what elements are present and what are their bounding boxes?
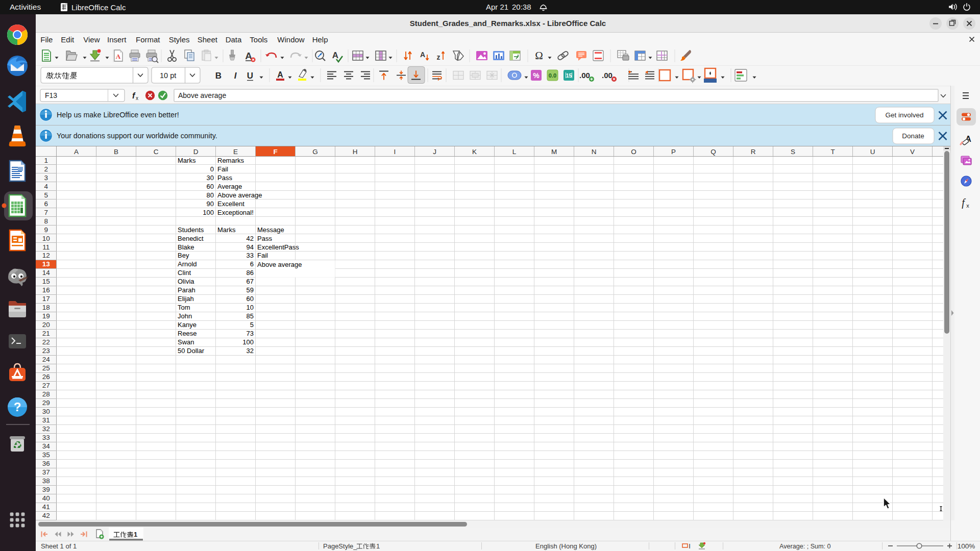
svg-text:Window: Window [277, 35, 305, 44]
svg-text:60: 60 [207, 183, 214, 190]
svg-text:A: A [116, 53, 121, 60]
svg-text:80: 80 [207, 191, 214, 199]
svg-text:33: 33 [247, 252, 254, 259]
svg-text:I: I [689, 542, 691, 550]
svg-text:67: 67 [247, 278, 254, 285]
svg-text:Your donations support our wor: Your donations support our worldwide com… [57, 132, 217, 140]
svg-text:0.0: 0.0 [549, 72, 556, 79]
svg-text:A: A [277, 70, 283, 79]
svg-text:31: 31 [42, 416, 50, 424]
svg-text:40: 40 [42, 494, 50, 502]
svg-text:8: 8 [44, 217, 48, 225]
svg-text:12: 12 [42, 252, 50, 259]
svg-text:M: M [551, 148, 557, 156]
svg-text:Pass: Pass [217, 174, 232, 182]
svg-text:7: 7 [44, 209, 48, 216]
svg-text:38: 38 [42, 477, 50, 485]
svg-text:27: 27 [42, 382, 50, 389]
svg-text:9: 9 [44, 226, 48, 234]
svg-text:Sheet: Sheet [198, 35, 218, 44]
svg-text:Format: Format [136, 35, 160, 44]
svg-text:B: B [114, 148, 118, 156]
svg-text:N: N [592, 148, 597, 156]
svg-text:Kanye: Kanye [178, 321, 197, 329]
svg-text:.00: .00 [602, 71, 612, 80]
svg-text:1: 1 [44, 157, 48, 164]
svg-text:S: S [791, 148, 795, 156]
svg-text:Message: Message [257, 226, 284, 234]
svg-text:85: 85 [247, 312, 254, 320]
svg-text:6: 6 [44, 200, 48, 208]
svg-text:Clint: Clint [178, 269, 191, 277]
svg-text:Excellent: Excellent [217, 200, 244, 208]
svg-text:O: O [631, 148, 636, 156]
svg-text:U: U [870, 148, 875, 156]
svg-text:Benedict: Benedict [178, 235, 204, 242]
svg-text:10: 10 [247, 304, 254, 311]
svg-text:H: H [353, 148, 358, 156]
svg-text:Bey: Bey [178, 252, 189, 259]
svg-text:2: 2 [44, 165, 48, 173]
svg-text:V: V [910, 148, 915, 156]
svg-text:?: ? [14, 400, 21, 414]
svg-text:4: 4 [44, 183, 48, 190]
svg-text:Parah: Parah [178, 286, 195, 294]
svg-text:18: 18 [42, 304, 50, 311]
svg-text:Donate: Donate [902, 132, 924, 140]
svg-text:10 pt: 10 pt [160, 71, 176, 80]
svg-text:L: L [512, 148, 517, 156]
svg-text:F13: F13 [45, 91, 57, 99]
svg-text:100: 100 [203, 209, 214, 216]
svg-text:Above average: Above average [257, 261, 302, 268]
svg-text:Marks: Marks [178, 157, 196, 164]
svg-text:21: 21 [42, 330, 50, 337]
svg-text:File: File [40, 35, 53, 44]
svg-text:PageStyle_: PageStyle_ [323, 542, 357, 550]
svg-text:Elijah: Elijah [178, 295, 194, 303]
svg-text:35: 35 [42, 451, 50, 459]
svg-text:17: 17 [42, 295, 50, 303]
svg-text:34: 34 [42, 442, 51, 450]
svg-text:John: John [178, 312, 192, 320]
svg-text:29: 29 [42, 399, 50, 407]
svg-text:B: B [215, 71, 222, 81]
svg-text:Tools: Tools [250, 35, 267, 44]
svg-text:Swan: Swan [178, 338, 194, 346]
svg-text:25: 25 [42, 364, 50, 372]
svg-text:.00: .00 [579, 71, 590, 80]
svg-text:39: 39 [42, 486, 50, 493]
svg-text:Fail: Fail [257, 252, 268, 259]
svg-text:Activities: Activities [10, 3, 41, 11]
svg-text:Fail: Fail [217, 165, 228, 173]
svg-text:R: R [751, 148, 756, 156]
svg-text:5: 5 [250, 321, 254, 329]
svg-text:28: 28 [42, 390, 50, 398]
svg-text:33: 33 [42, 434, 50, 441]
svg-text:100%: 100% [958, 542, 975, 550]
svg-text:K: K [472, 148, 477, 156]
svg-text:Olivia: Olivia [178, 278, 194, 285]
svg-text:41: 41 [42, 503, 50, 511]
svg-text:15: 15 [42, 278, 50, 285]
svg-text:24: 24 [42, 356, 51, 363]
svg-text:36: 36 [42, 460, 50, 467]
svg-text:Help: Help [312, 35, 328, 44]
svg-text:A: A [420, 51, 425, 59]
svg-text:26: 26 [42, 373, 50, 381]
svg-text:Q: Q [710, 148, 716, 156]
svg-text:0: 0 [210, 165, 214, 173]
svg-text:P: P [671, 148, 676, 156]
svg-text:Insert: Insert [107, 35, 127, 44]
svg-text:Edit: Edit [61, 35, 75, 44]
svg-text:20: 20 [42, 321, 50, 329]
svg-text:Students: Students [178, 226, 204, 234]
svg-text:Ω: Ω [535, 49, 543, 62]
svg-text:42: 42 [247, 235, 254, 242]
svg-text:15: 15 [566, 72, 572, 79]
svg-text:A: A [74, 148, 79, 156]
svg-text:I: I [394, 148, 396, 156]
svg-text:6: 6 [250, 260, 254, 268]
svg-text:Exceptional!: Exceptional! [217, 209, 254, 216]
svg-text:Average: ; Sum: 0: Average: ; Sum: 0 [779, 543, 831, 550]
svg-text:3: 3 [44, 174, 48, 182]
